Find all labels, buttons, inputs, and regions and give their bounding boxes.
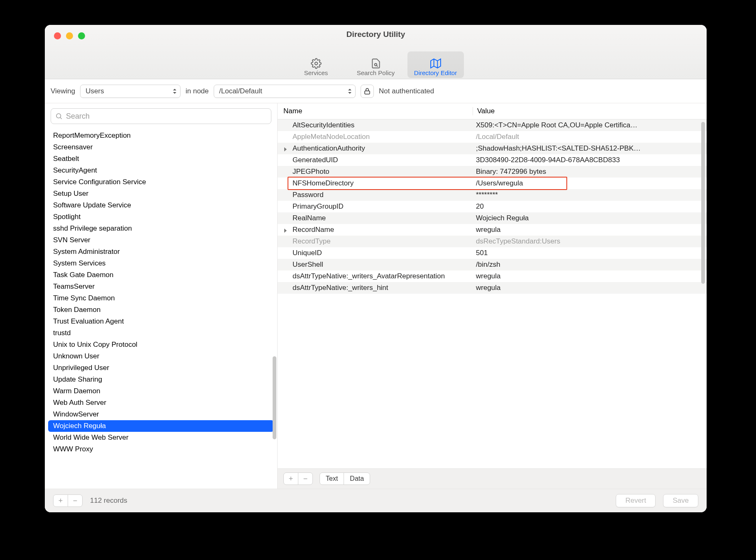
lock-button[interactable] bbox=[361, 85, 374, 98]
column-header-name[interactable]: Name bbox=[278, 107, 473, 115]
table-row[interactable]: PrimaryGroupID20 bbox=[278, 201, 707, 212]
search-icon bbox=[55, 112, 63, 120]
list-item[interactable]: Time Sync Daemon bbox=[45, 292, 277, 304]
node-value: /Local/Default bbox=[219, 87, 262, 95]
list-item[interactable]: WindowServer bbox=[45, 409, 277, 420]
list-item[interactable]: Unknown User bbox=[45, 351, 277, 362]
table-row[interactable]: NFSHomeDirectory/Users/wregula bbox=[278, 178, 707, 189]
list-item[interactable]: Update Sharing bbox=[45, 374, 277, 385]
svg-line-2 bbox=[376, 66, 378, 67]
table-row[interactable]: Password******** bbox=[278, 189, 707, 201]
add-attribute-button[interactable]: + bbox=[284, 473, 298, 485]
attribute-name: UniqueID bbox=[278, 249, 473, 257]
list-item[interactable]: Unprivileged User bbox=[45, 362, 277, 374]
attribute-table[interactable]: AltSecurityIdentitiesX509:<T>CN=Apple Ro… bbox=[278, 119, 707, 468]
filterbar: Viewing Users in node /Local/Default Not… bbox=[45, 79, 707, 103]
table-row[interactable]: JPEGPhotoBinary: 7472996 bytes bbox=[278, 166, 707, 178]
attribute-name: AuthenticationAuthority bbox=[278, 144, 473, 153]
svg-marker-3 bbox=[431, 59, 441, 68]
attribute-value: /Local/Default bbox=[473, 133, 707, 141]
segment-data[interactable]: Data bbox=[344, 473, 370, 485]
attribute-value: dsRecTypeStandard:Users bbox=[473, 237, 707, 246]
attribute-value: wregula bbox=[473, 284, 707, 292]
tab-search-policy[interactable]: Search Policy bbox=[348, 51, 404, 78]
attribute-name: JPEGPhoto bbox=[278, 168, 473, 176]
toolbar-tabs: Services Search Policy bbox=[45, 51, 707, 78]
tab-services[interactable]: Services bbox=[288, 51, 344, 78]
remove-attribute-button[interactable]: − bbox=[298, 473, 312, 485]
viewing-value: Users bbox=[85, 87, 104, 95]
node-select[interactable]: /Local/Default bbox=[214, 85, 356, 98]
svg-point-1 bbox=[374, 63, 376, 66]
segment-text[interactable]: Text bbox=[320, 473, 344, 485]
save-button[interactable]: Save bbox=[663, 494, 698, 507]
revert-button[interactable]: Revert bbox=[616, 494, 656, 507]
list-item[interactable]: Trust Evaluation Agent bbox=[45, 316, 277, 327]
attribute-name: Password bbox=[278, 191, 473, 199]
tab-label: Search Policy bbox=[357, 69, 395, 76]
list-item[interactable]: WWW Proxy bbox=[45, 443, 277, 455]
attribute-value: ******** bbox=[473, 191, 707, 199]
add-remove-pair: + − bbox=[283, 472, 313, 485]
sidebar-scrollbar[interactable] bbox=[273, 356, 276, 439]
table-header: Name Value bbox=[278, 103, 707, 119]
sidebar-list[interactable]: ReportMemoryExceptionScreensaverSeatbelt… bbox=[45, 128, 277, 489]
table-row[interactable]: RecordTypedsRecTypeStandard:Users bbox=[278, 236, 707, 247]
list-item[interactable]: Screensaver bbox=[45, 141, 277, 153]
content: Search ReportMemoryExceptionScreensaverS… bbox=[45, 103, 707, 489]
viewing-select[interactable]: Users bbox=[80, 85, 180, 98]
attribute-name: GeneratedUID bbox=[278, 156, 473, 164]
lock-icon bbox=[363, 88, 371, 95]
table-row[interactable]: AppleMetaNodeLocation/Local/Default bbox=[278, 131, 707, 143]
list-item[interactable]: Web Auth Server bbox=[45, 397, 277, 409]
bottombar: + − 112 records Revert Save bbox=[45, 489, 707, 512]
add-record-button[interactable]: + bbox=[54, 495, 68, 506]
list-item[interactable]: Task Gate Daemon bbox=[45, 269, 277, 281]
list-item[interactable]: Token Daemon bbox=[45, 304, 277, 316]
detail-scrollbar[interactable] bbox=[701, 122, 705, 284]
attribute-value: wregula bbox=[473, 226, 707, 234]
list-item[interactable]: Service Configuration Service bbox=[45, 176, 277, 188]
list-item[interactable]: ReportMemoryException bbox=[45, 130, 277, 141]
table-row[interactable]: AuthenticationAuthority;ShadowHash;HASHL… bbox=[278, 143, 707, 154]
search-placeholder: Search bbox=[66, 112, 90, 121]
table-row[interactable]: UserShell/bin/zsh bbox=[278, 259, 707, 270]
table-row[interactable]: UniqueID501 bbox=[278, 247, 707, 259]
column-header-value[interactable]: Value bbox=[473, 107, 690, 115]
list-item[interactable]: World Wide Web Server bbox=[45, 432, 277, 443]
attribute-name: NFSHomeDirectory bbox=[278, 179, 473, 187]
app-window: Directory Utility Services bbox=[45, 25, 707, 512]
list-item[interactable]: Seatbelt bbox=[45, 153, 277, 165]
detail-pane: Name Value AltSecurityIdentitiesX509:<T>… bbox=[278, 103, 707, 489]
list-item[interactable]: SVN Server bbox=[45, 234, 277, 246]
list-item[interactable]: Warm Daemon bbox=[45, 385, 277, 397]
remove-record-button[interactable]: − bbox=[68, 495, 82, 506]
attribute-name: RecordType bbox=[278, 237, 473, 246]
list-item[interactable]: trustd bbox=[45, 327, 277, 339]
table-row[interactable]: GeneratedUID3D308490-22D8-4009-94AD-678A… bbox=[278, 154, 707, 166]
table-row[interactable]: AltSecurityIdentitiesX509:<T>CN=Apple Ro… bbox=[278, 119, 707, 131]
list-item[interactable]: Setup User bbox=[45, 188, 277, 200]
search-input[interactable]: Search bbox=[51, 108, 271, 124]
list-item[interactable]: Software Update Service bbox=[45, 200, 277, 211]
list-item[interactable]: SecurityAgent bbox=[45, 165, 277, 176]
list-item[interactable]: System Administrator bbox=[45, 246, 277, 258]
list-item[interactable]: Wojciech Reguła bbox=[48, 420, 274, 432]
table-row[interactable]: dsAttrTypeNative:_writers_hintwregula bbox=[278, 282, 707, 294]
map-icon bbox=[429, 58, 442, 69]
view-mode-segments: Text Data bbox=[319, 472, 370, 485]
list-item[interactable]: Unix to Unix Copy Protocol bbox=[45, 339, 277, 351]
tab-directory-editor[interactable]: Directory Editor bbox=[407, 51, 464, 78]
attribute-name: UserShell bbox=[278, 261, 473, 269]
table-row[interactable]: dsAttrTypeNative:_writers_AvatarRepresen… bbox=[278, 270, 707, 282]
disclosure-caret-icon[interactable] bbox=[284, 147, 287, 151]
table-row[interactable]: RealNameWojciech Reguła bbox=[278, 212, 707, 224]
list-item[interactable]: System Services bbox=[45, 258, 277, 269]
list-item[interactable]: sshd Privilege separation bbox=[45, 223, 277, 234]
table-row[interactable]: RecordNamewregula bbox=[278, 224, 707, 236]
list-item[interactable]: TeamsServer bbox=[45, 281, 277, 292]
svg-line-8 bbox=[60, 117, 61, 119]
disclosure-caret-icon[interactable] bbox=[284, 229, 287, 233]
list-item[interactable]: Spotlight bbox=[45, 211, 277, 223]
attribute-value: wregula bbox=[473, 272, 707, 280]
